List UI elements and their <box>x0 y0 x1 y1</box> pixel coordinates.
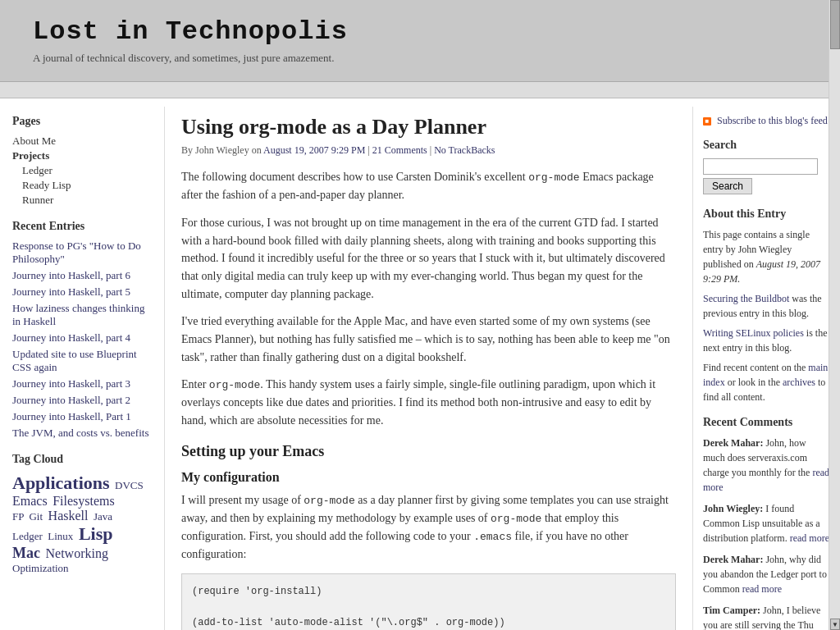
list-item: Journey into Haskell, part 5 <box>12 285 152 299</box>
list-item: Journey into Haskell, part 6 <box>12 269 152 282</box>
pages-list: About Me Projects Ledger Ready Lisp Runn… <box>12 135 152 207</box>
list-item: Response to PG's "How to Do Philosophy" <box>12 240 152 266</box>
comment-item: Derek Mahar: John, how much does servera… <box>703 436 830 495</box>
list-item: Journey into Haskell, part 2 <box>12 394 152 407</box>
find-recent-text: Find recent content on the main index or… <box>703 360 830 404</box>
about-entry-heading: About this Entry <box>703 208 830 221</box>
tag-linux[interactable]: Linux <box>48 530 73 542</box>
sidebar-item-projects[interactable]: Projects <box>12 149 152 162</box>
pages-heading: Pages <box>12 115 152 128</box>
search-input[interactable] <box>703 158 818 175</box>
site-title: Lost in Technopolis <box>33 16 807 47</box>
sidebar-item-runner[interactable]: Runner <box>12 194 152 207</box>
post-meta: By John Wiegley on August 19, 2007 9:29 … <box>181 144 676 157</box>
tag-ledger[interactable]: Ledger <box>12 530 43 542</box>
config-intro: I will present my usage of org-mode as a… <box>181 491 676 564</box>
section1-heading: Setting up your Emacs <box>181 443 676 460</box>
list-item: Journey into Haskell, Part 1 <box>12 410 152 423</box>
post-title: Using org-mode as a Day Planner <box>181 115 676 139</box>
prev-entry-link[interactable]: Securing the Buildbot <box>703 293 789 304</box>
next-entry-link[interactable]: Writing SELinux policies <box>703 327 804 339</box>
archives-link[interactable]: archives <box>783 377 815 388</box>
recent-comments-heading: Recent Comments <box>703 416 830 429</box>
nav-bar <box>0 82 840 98</box>
scroll-down-button[interactable]: ▼ <box>830 619 840 630</box>
sidebar-item-about-me[interactable]: About Me <box>12 135 152 148</box>
tag-fp[interactable]: FP <box>12 510 24 523</box>
comment-item: Tim Camper: John, I believe you are stil… <box>703 603 830 630</box>
search-button[interactable]: Search <box>703 178 752 194</box>
recent-comments: Recent Comments Derek Mahar: John, how m… <box>703 416 830 630</box>
tag-emacs[interactable]: Emacs <box>12 494 48 508</box>
list-item: Updated site to use Blueprint CSS again <box>12 348 152 374</box>
tag-optimization[interactable]: Optimization <box>12 562 69 574</box>
tag-filesystems[interactable]: Filesystems <box>52 494 115 508</box>
search-heading: Search <box>703 139 830 152</box>
paragraph-2: For those curious, I was not brought up … <box>181 214 676 303</box>
list-item: Journey into Haskell, part 4 <box>12 331 152 345</box>
sidebar-item-ready-lisp[interactable]: Ready Lisp <box>12 179 152 192</box>
post-author: John Wiegley <box>195 144 249 156</box>
list-item: Journey into Haskell, part 3 <box>12 377 152 390</box>
about-entry: This page contains a single entry by Joh… <box>703 227 830 404</box>
read-more-link[interactable]: read more <box>742 583 782 595</box>
tag-networking[interactable]: Networking <box>45 546 107 560</box>
right-sidebar: ■ Subscribe to this blog's feed Search S… <box>692 107 840 630</box>
paragraph-4: Enter org-mode. This handy system uses a… <box>181 376 676 430</box>
recent-entries-list: Response to PG's "How to Do Philosophy" … <box>12 240 152 440</box>
tag-lisp[interactable]: Lisp <box>79 523 113 544</box>
feed-link-container: ■ Subscribe to this blog's feed <box>703 115 830 127</box>
content-wrapper: Pages About Me Projects Ledger Ready Lis… <box>0 98 840 630</box>
scrollbar-thumb[interactable] <box>830 0 840 49</box>
tag-git[interactable]: Git <box>29 510 43 523</box>
list-item: How laziness changes thinking in Haskell <box>12 302 152 328</box>
tag-dvcs[interactable]: DVCS <box>115 479 144 491</box>
main-content: Using org-mode as a Day Planner By John … <box>164 107 692 630</box>
rss-icon: ■ <box>703 117 711 126</box>
read-more-link[interactable]: read more <box>790 532 829 544</box>
post-date[interactable]: August 19, 2007 9:29 PM <box>263 144 365 156</box>
tag-haskell[interactable]: Haskell <box>48 509 89 523</box>
search-box: Search <box>703 158 830 194</box>
tag-applications[interactable]: Applications <box>12 472 110 493</box>
about-entry-text: This page contains a single entry by Joh… <box>703 227 830 286</box>
tag-java[interactable]: Java <box>94 510 112 523</box>
scrollbar: ▲ ▼ <box>829 0 840 630</box>
post-comments[interactable]: 21 Comments <box>372 144 427 156</box>
site-subtitle: A journal of technical discovery, and so… <box>33 52 807 65</box>
paragraph-3: I've tried everything available for the … <box>181 313 676 366</box>
sidebar-item-ledger[interactable]: Ledger <box>12 164 152 177</box>
code-block: (require 'org-install) (add-to-list 'aut… <box>181 573 676 630</box>
tag-cloud-heading: Tag Cloud <box>12 453 152 466</box>
site-header: Lost in Technopolis A journal of technic… <box>0 0 840 82</box>
list-item: The JVM, and costs vs. benefits <box>12 427 152 440</box>
next-entry-text: Writing SELinux policies is the next ent… <box>703 326 830 355</box>
section2-heading: My configuration <box>181 470 676 485</box>
comment-item: Derek Mahar: John, why did you abandon t… <box>703 552 830 596</box>
paragraph-1: The following document describes how to … <box>181 168 676 204</box>
feed-link[interactable]: Subscribe to this blog's feed <box>717 115 828 126</box>
sidebar: Pages About Me Projects Ledger Ready Lis… <box>0 107 164 630</box>
prev-entry-text: Securing the Buildbot was the previous e… <box>703 291 830 321</box>
post-body: The following document describes how to … <box>181 168 676 630</box>
comment-item: John Wiegley: I found Common Lisp unsuit… <box>703 501 830 546</box>
tag-cloud: Applications DVCS Emacs Filesystems FP G… <box>12 472 152 575</box>
recent-entries-heading: Recent Entries <box>12 220 152 233</box>
tag-mac[interactable]: Mac <box>12 545 40 561</box>
post-trackbacks[interactable]: No TrackBacks <box>434 144 495 156</box>
